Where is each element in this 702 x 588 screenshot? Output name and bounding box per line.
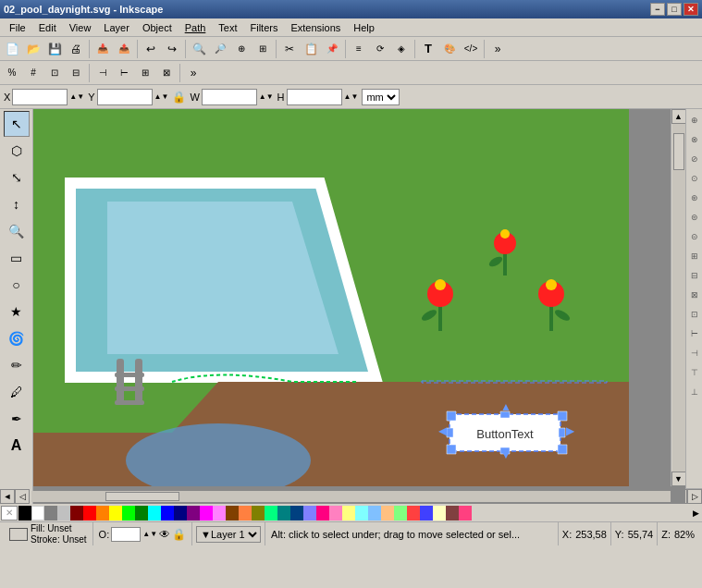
pencil-tool[interactable]: ✏ xyxy=(4,352,30,378)
pen-tool[interactable]: 🖊 xyxy=(4,379,30,405)
swatch-periwinkle[interactable] xyxy=(303,506,316,521)
eye-icon[interactable]: 👁 xyxy=(159,528,170,541)
menu-extensions[interactable]: Extensions xyxy=(285,21,346,34)
new-button[interactable]: 📄 xyxy=(2,39,22,59)
w-input[interactable]: 36,999 xyxy=(202,89,257,105)
snap-btn-1[interactable]: ⊕ xyxy=(688,111,701,129)
h-input[interactable]: 17,058 xyxy=(287,89,342,105)
star-tool[interactable]: ★ xyxy=(4,299,30,325)
swatch-red[interactable] xyxy=(83,506,96,521)
y-spinner[interactable]: ▲▼ xyxy=(154,92,169,101)
zoom-tool2[interactable]: 🔍 xyxy=(4,218,30,244)
select-tool[interactable]: ↖ xyxy=(4,111,30,137)
print-button[interactable]: 🖨 xyxy=(66,39,86,59)
vscroll-thumb[interactable] xyxy=(673,133,684,170)
nodes-button[interactable]: ◈ xyxy=(391,39,412,59)
opacity-input[interactable]: 100 xyxy=(111,527,141,542)
more-btn[interactable]: » xyxy=(487,39,508,59)
swatch-red2[interactable] xyxy=(407,506,420,521)
transform-button[interactable]: ⟳ xyxy=(370,39,390,59)
zoom-page-button[interactable]: ⊞ xyxy=(252,39,273,59)
x-spinner-up[interactable]: ▲▼ xyxy=(69,92,84,101)
swatch-lightcyan[interactable] xyxy=(355,506,368,521)
swatch-darkgreen[interactable] xyxy=(135,506,148,521)
export-button[interactable]: 📤 xyxy=(114,39,134,59)
h-spinner[interactable]: ▲▼ xyxy=(344,92,359,101)
rect-tool[interactable]: ▭ xyxy=(4,245,30,271)
hscroll-contract[interactable]: ▷ xyxy=(687,489,702,504)
align-right[interactable]: ⊞ xyxy=(135,63,155,83)
y-input[interactable]: 48,243 xyxy=(97,89,153,105)
measure-tool[interactable]: ↕ xyxy=(4,191,30,217)
xml-btn[interactable]: </> xyxy=(461,39,481,59)
snap-btn-15[interactable]: ⊥ xyxy=(688,383,701,401)
zoom-in-button[interactable]: 🔍 xyxy=(189,39,209,59)
align-left[interactable]: ⊣ xyxy=(92,63,113,83)
cut-button[interactable]: ✂ xyxy=(279,39,300,59)
swatch-green[interactable] xyxy=(122,506,135,521)
swatch-brown[interactable] xyxy=(226,506,239,521)
swatch-cyan[interactable] xyxy=(148,506,161,521)
swatch-darkred[interactable] xyxy=(70,506,83,521)
circle-tool[interactable]: ○ xyxy=(4,272,30,298)
menu-layer[interactable]: Layer xyxy=(98,21,135,34)
align-center[interactable]: ⊢ xyxy=(114,63,134,83)
spiral-tool[interactable]: 🌀 xyxy=(4,325,30,351)
unit-select[interactable]: mm px pt xyxy=(362,89,400,105)
menu-edit[interactable]: Edit xyxy=(33,21,62,34)
snap-btn-11[interactable]: ⊡ xyxy=(688,305,701,324)
canvas-area[interactable]: ButtonText ◀ ▶ ▲ ▼ xyxy=(33,109,685,504)
swatch-black[interactable] xyxy=(18,506,31,521)
menu-help[interactable]: Help xyxy=(348,21,380,34)
swatch-pink[interactable] xyxy=(213,506,226,521)
layer-select[interactable]: ▼Layer 1 xyxy=(196,526,261,543)
snap-btn-2[interactable]: ⊗ xyxy=(688,130,701,149)
text-tool[interactable]: A xyxy=(4,433,30,459)
palette-arrow[interactable]: ▶ xyxy=(689,506,702,521)
tb2-more[interactable]: » xyxy=(183,63,203,83)
swatch-darkbrown[interactable] xyxy=(446,506,459,521)
menu-object[interactable]: Object xyxy=(137,21,178,34)
lock2-icon[interactable]: 🔒 xyxy=(172,528,186,541)
swatch-purple[interactable] xyxy=(187,506,200,521)
snap-grid[interactable]: # xyxy=(23,63,43,83)
swatch-olive[interactable] xyxy=(252,506,265,521)
menu-view[interactable]: View xyxy=(64,21,97,34)
swatch-lime[interactable] xyxy=(394,506,407,521)
distribute[interactable]: ⊠ xyxy=(156,63,177,83)
snap-btn-13[interactable]: ⊣ xyxy=(688,344,701,362)
node-tool[interactable]: ⬡ xyxy=(4,138,30,164)
save-button[interactable]: 💾 xyxy=(44,39,65,59)
opacity-spinner[interactable]: ▲▼ xyxy=(142,530,157,538)
snap-nodes[interactable]: ⊡ xyxy=(44,63,65,83)
swatch-skyblue[interactable] xyxy=(368,506,381,521)
menu-file[interactable]: File xyxy=(4,21,31,34)
swatch-navy2[interactable] xyxy=(290,506,303,521)
swatch-indigo[interactable] xyxy=(420,506,433,521)
zoom-fit-button[interactable]: ⊕ xyxy=(231,39,252,59)
menu-text[interactable]: Text xyxy=(213,21,242,34)
text-tool-btn[interactable]: T xyxy=(418,39,438,59)
hscroll-track[interactable] xyxy=(31,491,671,502)
zoom-out-button[interactable]: 🔎 xyxy=(210,39,230,59)
fill-btn[interactable]: 🎨 xyxy=(439,39,460,59)
menu-filters[interactable]: Filters xyxy=(245,21,284,34)
copy-button[interactable]: 📋 xyxy=(301,39,321,59)
swatch-gray1[interactable] xyxy=(44,506,57,521)
vscroll-up[interactable]: ▲ xyxy=(671,109,686,124)
snap-btn-10[interactable]: ⊠ xyxy=(688,286,701,304)
snap-btn-14[interactable]: ⊤ xyxy=(688,363,701,382)
hscroll-left-btn[interactable]: ◄ xyxy=(0,489,15,504)
fill-color-box[interactable] xyxy=(9,528,28,541)
vscrollbar[interactable]: ▲ ▼ xyxy=(671,109,685,486)
vscroll-track[interactable] xyxy=(672,124,685,472)
calligraphy-tool[interactable]: ✒ xyxy=(4,406,30,432)
swatch-darkblue[interactable] xyxy=(174,506,187,521)
lock-icon[interactable]: 🔒 xyxy=(172,91,186,104)
swatch-hotpink[interactable] xyxy=(316,506,329,521)
hscroll-expand[interactable]: ◁ xyxy=(15,489,30,504)
vscroll-down[interactable]: ▼ xyxy=(671,472,686,486)
hscroll-thumb[interactable] xyxy=(105,492,179,501)
snap-btn-3[interactable]: ⊘ xyxy=(688,150,701,168)
swatch-wheat[interactable] xyxy=(381,506,394,521)
